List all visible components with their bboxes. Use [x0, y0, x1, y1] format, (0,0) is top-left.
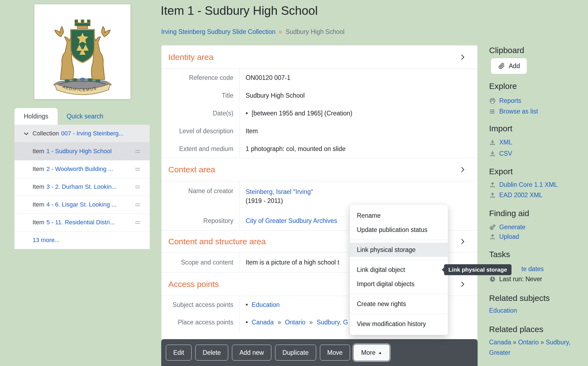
field-value: Item [246, 127, 258, 135]
reports-link-row[interactable]: Reports [489, 95, 521, 106]
creator-dates: (1919 - 2011) [246, 197, 283, 205]
upload-icon [489, 233, 496, 240]
menu-item-link-digital-object[interactable]: Link digital object [350, 263, 448, 277]
finding-aid-generate-link[interactable]: Generate [499, 223, 525, 231]
export-dublin-core-row[interactable]: Dublin Core 1.1 XML [489, 179, 558, 190]
tab-quick-search[interactable]: Quick search [58, 108, 112, 125]
related-place-link[interactable]: Canada [489, 339, 511, 346]
finding-aid-generate-row[interactable]: Generate [489, 222, 525, 233]
scope-value: Item is a picture of a high school t [246, 259, 339, 266]
finding-aid-upload-link[interactable]: Upload [499, 233, 519, 240]
duplicate-button[interactable]: Duplicate [275, 345, 316, 361]
place-access-point-link[interactable]: Canada [252, 319, 274, 326]
creator-link[interactable]: Steinberg, Israel "Irving" [246, 188, 313, 196]
drag-handle-icon[interactable] [135, 168, 140, 170]
menu-item-create-new-rights[interactable]: Create new rights [350, 297, 448, 311]
tree-item-prefix: Item [33, 183, 44, 190]
menu-item-view-modification-history[interactable]: View modification history [350, 317, 448, 331]
explore-heading: Explore [489, 80, 517, 92]
place-access-point-link[interactable]: Sudbury, G [317, 319, 348, 326]
import-csv-row[interactable]: CSV [489, 148, 512, 159]
field-row: Level of description Item [161, 122, 477, 140]
chevron-right-icon[interactable] [459, 166, 466, 173]
menu-divider [350, 240, 448, 240]
tree-row-collection[interactable]: Collection 007 - Irving Steinberg... [14, 125, 150, 143]
place-access-point-link[interactable]: Ontario [285, 319, 305, 326]
menu-item-link-physical-storage[interactable]: Link physical storage [350, 243, 448, 257]
download-icon [489, 139, 496, 146]
repository-logo-card: AEDIFICEMUS [34, 4, 131, 99]
clipboard-add-button[interactable]: Add [491, 58, 527, 74]
tree-item-link[interactable]: 4 - 6. Lisgar St. Looking ... [46, 201, 117, 208]
more-button[interactable]: More ▲ [354, 345, 389, 361]
field-label: Subject access points [161, 296, 239, 313]
tree-item-link[interactable]: 2 - Woolworth Building ... [46, 165, 113, 173]
browse-as-list-link[interactable]: Browse as list [499, 108, 538, 115]
export-dublin-core-link[interactable]: Dublin Core 1.1 XML [499, 181, 558, 188]
list-icon [489, 108, 496, 115]
tab-holdings[interactable]: Holdings [14, 108, 58, 125]
import-xml-link[interactable]: XML [499, 139, 512, 146]
link-physical-storage-tooltip: Link physical storage [444, 264, 511, 275]
menu-item-rename[interactable]: Rename [350, 208, 448, 223]
field-label: Reference code [161, 69, 239, 87]
tree-row-item[interactable]: Item 1 - Sudbury High School [14, 143, 150, 160]
related-subject-row[interactable]: Education [489, 305, 517, 316]
browse-as-list-row[interactable]: Browse as list [489, 106, 538, 117]
tree-row-item[interactable]: Item 2 - Woolworth Building ... [14, 160, 150, 178]
tasks-link-visible-fragment[interactable]: te dates [521, 265, 544, 273]
tree-row-more[interactable]: 13 more... [14, 231, 150, 249]
bullet: • [246, 110, 248, 117]
section-identity-header: Identity area [161, 45, 477, 69]
subject-access-point-link[interactable]: Education [252, 301, 280, 309]
tree-item-link[interactable]: 3 - 2. Durham St. Lookin... [46, 183, 117, 190]
tree-item-link[interactable]: 1 - Sudbury High School [46, 148, 111, 155]
tree-item-link[interactable]: 007 - Irving Steinberg... [61, 130, 124, 137]
export-ead-row[interactable]: EAD 2002 XML [489, 190, 543, 201]
atom-description-page: AEDIFICEMUS Holdings Quick search Collec… [0, 0, 588, 366]
chevron-right-icon[interactable] [459, 238, 466, 245]
field-label: Extent and medium [161, 140, 239, 158]
chevron-right-icon[interactable] [459, 53, 466, 61]
edit-button[interactable]: Edit [166, 345, 192, 361]
move-button[interactable]: Move [320, 345, 350, 361]
tasks-heading: Tasks [489, 248, 510, 260]
last-run-text: Last run: Never [499, 275, 542, 283]
repository-link[interactable]: City of Greater Sudbury Archives [246, 217, 337, 225]
tree-row-item[interactable]: Item 3 - 2. Durham St. Lookin... [14, 178, 150, 196]
field-label: Title [161, 87, 239, 104]
import-xml-row[interactable]: XML [489, 137, 512, 148]
tree-item-prefix: Item [33, 201, 44, 208]
breadcrumb-collection-link[interactable]: Irving Steinberg Sudbury Slide Collectio… [161, 28, 275, 36]
more-button-label: More [361, 349, 375, 356]
page-title: Item 1 - Sudbury High School [161, 4, 318, 18]
drag-handle-icon[interactable] [135, 221, 140, 224]
drag-handle-icon[interactable] [135, 150, 140, 153]
tree-row-item[interactable]: Item 4 - 6. Lisgar St. Looking ... [14, 196, 150, 214]
tree-item-link[interactable]: 5 - 11. Residential Distri... [46, 219, 115, 226]
related-place-link[interactable]: Ontario [518, 339, 539, 346]
delete-button[interactable]: Delete [195, 345, 228, 361]
download-icon [489, 150, 496, 157]
chevron-right-icon[interactable] [459, 280, 466, 288]
import-csv-link[interactable]: CSV [499, 150, 512, 157]
action-toolbar: Edit Delete Add new Duplicate Move More … [161, 339, 478, 366]
drag-handle-icon[interactable] [135, 204, 140, 206]
reports-link[interactable]: Reports [499, 97, 521, 104]
export-ead-link[interactable]: EAD 2002 XML [499, 191, 543, 199]
related-subject-link[interactable]: Education [489, 307, 517, 314]
menu-item-import-digital-objects[interactable]: Import digital objects [350, 277, 448, 291]
drag-handle-icon[interactable] [135, 186, 140, 188]
tree-row-item[interactable]: Item 5 - 11. Residential Distri... [14, 214, 150, 231]
field-row: Date(s) • [between 1955 and 1965] (Creat… [161, 104, 477, 122]
menu-item-update-publication-status[interactable]: Update publication status [350, 223, 448, 237]
finding-aid-upload-row[interactable]: Upload [489, 231, 519, 242]
field-label: Name of creator [161, 181, 239, 211]
tree-more-link[interactable]: 13 more... [33, 237, 60, 244]
field-label: Repository [161, 211, 239, 230]
chevron-down-icon[interactable] [23, 130, 30, 137]
menu-divider [350, 314, 448, 314]
field-label: Level of description [161, 122, 239, 140]
add-new-button[interactable]: Add new [232, 345, 271, 361]
field-label: Scope and content [161, 252, 239, 272]
